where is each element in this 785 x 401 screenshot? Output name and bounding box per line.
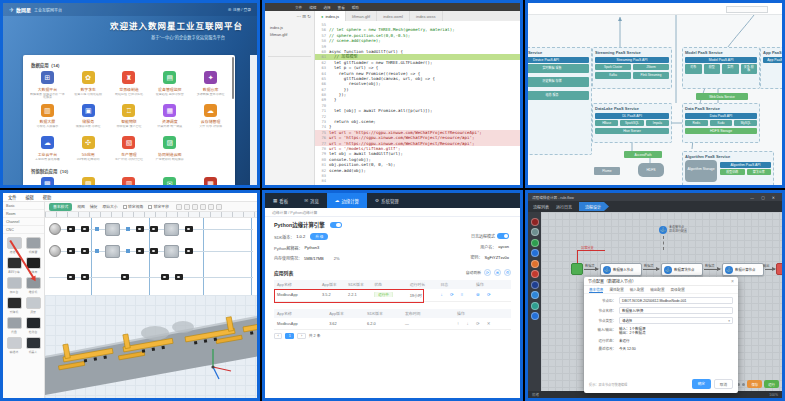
- library-item-thumb[interactable]: [7, 257, 22, 269]
- app-icon[interactable]: ▦: [204, 177, 217, 188]
- station-unit-icon[interactable]: [121, 274, 129, 280]
- page-number[interactable]: 1: [285, 333, 294, 339]
- library-item[interactable]: 升降机: [6, 297, 22, 314]
- station-unit-icon[interactable]: [81, 274, 89, 280]
- app-icon[interactable]: ▣: [82, 104, 95, 117]
- library-item-thumb[interactable]: [7, 297, 22, 309]
- palette-node-icon[interactable]: [531, 228, 539, 236]
- cad-menu-item[interactable]: 文件: [8, 194, 16, 200]
- nav-dashboard[interactable]: ▦看板: [265, 193, 296, 208]
- app-icon[interactable]: ▤: [82, 177, 95, 188]
- lock-pan-checkbox[interactable]: 锁定平移: [148, 204, 169, 209]
- editor-menu-item[interactable]: 文件: [295, 5, 302, 10]
- app-icon[interactable]: ♖: [122, 104, 135, 117]
- app-icon[interactable]: ☁: [41, 136, 54, 149]
- app-icon[interactable]: ▤: [163, 71, 176, 84]
- view-button[interactable]: [176, 204, 182, 210]
- code-area[interactable]: 55 56 // let sphere = new THREE.Mesh(geo…: [315, 21, 520, 185]
- nav-messages[interactable]: ✉消息: [296, 193, 327, 208]
- palette-node-icon[interactable]: [531, 239, 539, 247]
- app-icon[interactable]: ☁: [204, 104, 217, 117]
- app-icon[interactable]: ⊞: [41, 71, 54, 84]
- view-button[interactable]: [200, 204, 206, 210]
- palette-node-icon[interactable]: [531, 260, 539, 268]
- machine-icon[interactable]: [164, 223, 179, 236]
- nav-system-admin[interactable]: ⚙系统管理: [367, 193, 407, 208]
- app-tile[interactable]: ✿ 数字孪生 设备三维 可视化建模: [71, 71, 106, 100]
- next-page-button[interactable]: ›: [297, 333, 305, 339]
- editor-tab[interactable]: index.wxml: [377, 11, 410, 21]
- portal-login-link[interactable]: ⊕ 注册 / 登录: [228, 7, 251, 12]
- add-icon[interactable]: ⊕: [494, 269, 501, 276]
- editor-menu-item[interactable]: 查看: [338, 5, 345, 10]
- explorer-file-item[interactable]: index.js: [268, 24, 311, 31]
- app-icon[interactable]: ✦: [204, 71, 217, 84]
- app-icon[interactable]: ✣: [82, 136, 95, 149]
- schematic-canvas[interactable]: [45, 218, 257, 295]
- refresh-icon[interactable]: ⟳: [484, 269, 491, 276]
- flow-node[interactable]: ⚓ 数据清洗节点: [661, 263, 703, 276]
- nav-edge-computing[interactable]: ☁边缘计算: [327, 193, 367, 208]
- station-unit-icon[interactable]: [185, 226, 193, 232]
- machine-sphere-icon[interactable]: [49, 223, 61, 235]
- explorer-toolbar-icons[interactable]: ⋯ ⊞ ↻: [268, 14, 311, 19]
- tab-flow-design-badge[interactable]: 流程设计: [579, 202, 609, 211]
- engine-toggle[interactable]: [330, 222, 342, 228]
- mode-button[interactable]: 基本模式: [49, 203, 72, 211]
- station-unit-icon[interactable]: [136, 248, 144, 254]
- app-tile[interactable]: ✣ 5G应用 5G专网 边缘协同: [71, 136, 106, 165]
- dialog-tab[interactable]: 高级配置: [671, 287, 685, 292]
- run-button[interactable]: 运行: [764, 380, 779, 388]
- upgrade-button[interactable]: 升 级: [310, 233, 328, 240]
- settings-icon[interactable]: ⚙: [504, 269, 511, 276]
- app-icon[interactable]: ♜: [122, 71, 135, 84]
- editor-menu-item[interactable]: 帮助: [352, 5, 359, 10]
- library-item-thumb[interactable]: [7, 277, 22, 289]
- station-unit-icon[interactable]: [81, 248, 89, 254]
- library-group[interactable]: CNC: [3, 226, 44, 234]
- node-name-field[interactable]: 数据接入/转换: [619, 307, 733, 314]
- palette-node-icon[interactable]: [531, 291, 539, 299]
- log-remote-toggle[interactable]: [497, 233, 509, 239]
- palette-node-icon[interactable]: [531, 312, 539, 320]
- floating-node[interactable]: ⚓ 未连接节点双击进行配置: [659, 226, 687, 234]
- station-unit-icon[interactable]: [67, 226, 75, 232]
- library-item[interactable]: 机械臂: [25, 237, 41, 254]
- view-button[interactable]: [216, 204, 222, 210]
- node-id-field[interactable]: DBOT-NODE-20200612-ModbusNode-001: [619, 297, 733, 304]
- library-item-thumb[interactable]: [7, 337, 22, 349]
- editor-menu-item[interactable]: 选择: [323, 5, 330, 10]
- toolbar-item[interactable]: 捕捉: [90, 204, 98, 209]
- library-item[interactable]: 输送线: [6, 337, 22, 354]
- library-item[interactable]: 托盘: [6, 317, 22, 334]
- app-tile[interactable]: ▥ 数据大屏 可视化 大屏展示: [30, 104, 65, 133]
- cancel-button[interactable]: 取消: [714, 379, 733, 389]
- app-tile[interactable]: ▤ 设备管理监控 设备远程 监控与预警: [152, 71, 187, 100]
- table-row[interactable]: ModbusApp 3.62 6.2.0 — ↑ ↓ ⟳ ✕: [274, 318, 511, 330]
- window-controls[interactable]: — ▢ ✕: [750, 195, 778, 200]
- app-tile[interactable]: ⊞ 大数据平台 数据采集 存储与分析 一体化服务: [30, 71, 65, 100]
- dialog-tab[interactable]: 属性配置: [609, 287, 623, 292]
- dialog-tab[interactable]: 输入配置: [630, 287, 644, 292]
- library-item[interactable]: 检测台: [25, 317, 41, 334]
- station-unit-icon[interactable]: [67, 248, 75, 254]
- tab-run-log[interactable]: 运行日志: [556, 204, 572, 210]
- station-unit-icon[interactable]: [67, 274, 75, 280]
- app-tile[interactable]: ▦ 智能检测 质量检测 智能分析: [193, 177, 228, 188]
- toolbar-item[interactable]: 原始大小: [102, 204, 117, 209]
- dialog-tab[interactable]: 输出配置: [650, 287, 664, 292]
- app-tile[interactable]: ▦ 资源调度 计算资源 统一调度: [152, 104, 187, 133]
- station-unit-icon[interactable]: [150, 226, 158, 232]
- dialog-tab[interactable]: 基本信息: [589, 287, 603, 293]
- flow-node[interactable]: ⚓ 数据计算节点: [722, 263, 764, 276]
- library-item-thumb[interactable]: [26, 237, 41, 249]
- station-unit-icon[interactable]: [81, 226, 89, 232]
- row-action-icons[interactable]: ⊕ ⟳: [473, 292, 511, 297]
- app-tile[interactable]: ☁ 云存储管理 文件 对象 块存储: [193, 104, 228, 133]
- palette-node-icon[interactable]: [531, 218, 539, 226]
- editor-tab[interactable]: liftman.gltf: [346, 11, 377, 21]
- station-unit-icon[interactable]: [161, 274, 169, 280]
- end-node[interactable]: [776, 263, 782, 275]
- app-tile[interactable]: ▨ 协同制造云图 产业链协同 制造服务: [152, 136, 187, 165]
- cad-menu-item[interactable]: 帮助: [43, 194, 51, 200]
